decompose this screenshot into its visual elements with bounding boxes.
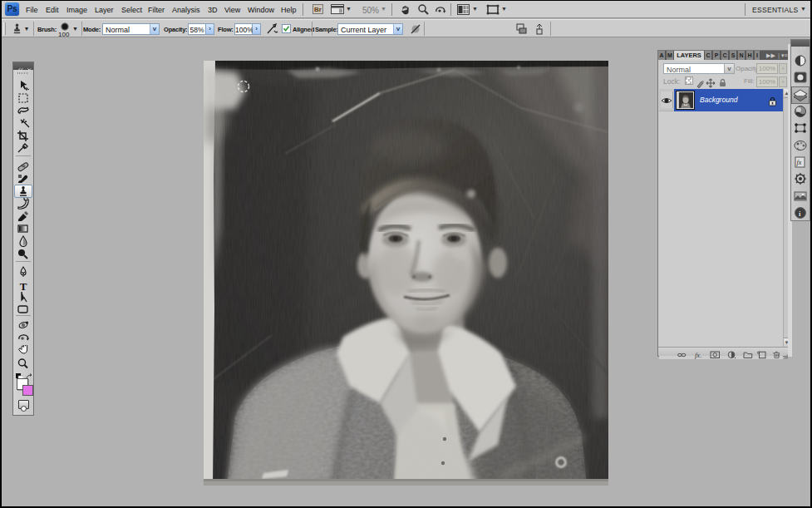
svg-text:fx: fx [797, 159, 802, 166]
svg-text:fx.: fx. [695, 351, 701, 359]
